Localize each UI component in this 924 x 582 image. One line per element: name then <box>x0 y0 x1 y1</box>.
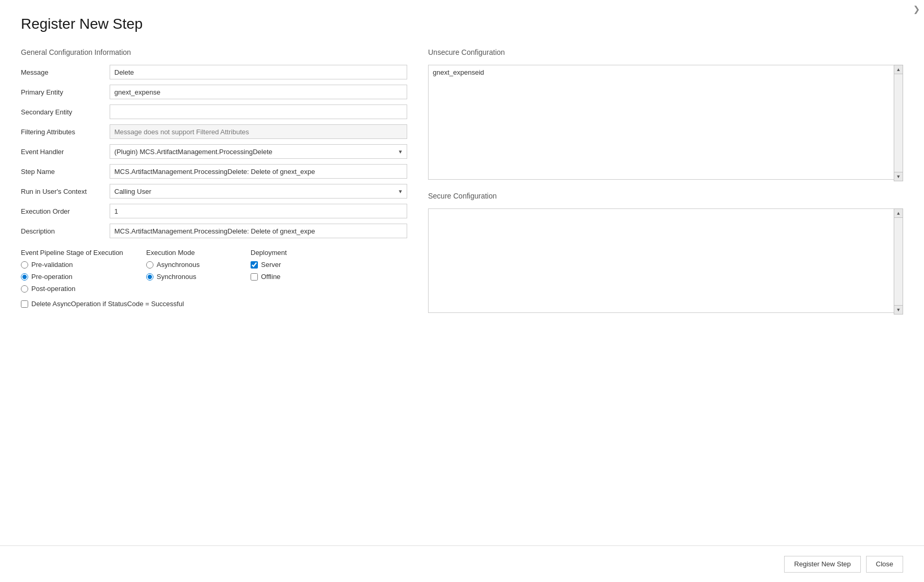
unsecure-config-wrapper: gnext_expenseid ▲ ▼ <box>428 65 903 181</box>
secondary-entity-input[interactable] <box>110 104 407 119</box>
asynchronous-label[interactable]: Asynchronous <box>157 261 199 269</box>
chevron-right-icon[interactable]: ❯ <box>913 4 920 14</box>
secure-scroll-down-btn[interactable]: ▼ <box>894 305 903 315</box>
secure-scrollbar-track <box>894 218 903 305</box>
delete-async-label[interactable]: Delete AsyncOperation if StatusCode = Su… <box>31 300 184 308</box>
pipeline-grid: Event Pipeline Stage of Execution Execut… <box>21 249 407 297</box>
offline-item: Offline <box>251 273 334 281</box>
pre-validation-radio[interactable] <box>21 261 28 269</box>
filtering-attributes-input <box>110 124 407 139</box>
description-label: Description <box>21 227 104 235</box>
delete-async-checkbox[interactable] <box>21 300 28 308</box>
execution-order-input[interactable] <box>110 204 407 218</box>
secure-config-wrapper: ▲ ▼ <box>428 208 903 315</box>
pre-operation-label[interactable]: Pre-operation <box>31 273 73 281</box>
unsecure-scroll-up-btn[interactable]: ▲ <box>894 65 903 74</box>
run-in-users-context-select[interactable]: Calling User <box>110 184 407 199</box>
run-in-users-context-wrapper: Calling User ▼ <box>110 184 407 199</box>
offline-label[interactable]: Offline <box>261 273 280 281</box>
secure-config-section: Secure Configuration ▲ ▼ <box>428 192 903 315</box>
synchronous-radio[interactable] <box>146 273 153 281</box>
form-grid: Message Primary Entity Secondary Entity … <box>21 65 407 238</box>
pre-validation-label[interactable]: Pre-validation <box>31 261 73 269</box>
pipeline-section: Event Pipeline Stage of Execution Execut… <box>21 249 407 308</box>
pre-operation-radio[interactable] <box>21 273 28 281</box>
description-input[interactable] <box>110 224 407 238</box>
server-label[interactable]: Server <box>261 261 281 269</box>
pre-operation-item: Pre-operation <box>21 273 146 281</box>
execution-order-label: Execution Order <box>21 207 104 215</box>
asynchronous-item: Asynchronous <box>146 261 251 269</box>
message-input[interactable] <box>110 65 407 79</box>
right-panel: Unsecure Configuration gnext_expenseid ▲… <box>428 48 903 582</box>
step-name-input[interactable] <box>110 164 407 179</box>
filtering-attributes-label: Filtering Attributes <box>21 128 104 136</box>
server-checkbox[interactable] <box>251 261 258 269</box>
pipeline-stage-header: Event Pipeline Stage of Execution <box>21 249 146 257</box>
register-new-step-button[interactable]: Register New Step <box>784 556 860 573</box>
secure-config-title: Secure Configuration <box>428 192 903 200</box>
offline-checkbox[interactable] <box>251 273 258 281</box>
footer: Register New Step Close <box>0 545 924 582</box>
execution-mode-header: Execution Mode <box>146 249 251 257</box>
general-config-section-title: General Configuration Information <box>21 48 407 56</box>
event-handler-select[interactable]: (Plugin) MCS.ArtifactManagement.Processi… <box>110 144 407 159</box>
primary-entity-label: Primary Entity <box>21 88 104 96</box>
unsecure-config-textarea[interactable]: gnext_expenseid <box>428 65 903 180</box>
unsecure-scroll-down-btn[interactable]: ▼ <box>894 172 903 181</box>
message-label: Message <box>21 68 104 76</box>
server-item: Server <box>251 261 334 269</box>
event-handler-wrapper: (Plugin) MCS.ArtifactManagement.Processi… <box>110 144 407 159</box>
run-in-users-context-label: Run in User's Context <box>21 188 104 195</box>
unsecure-config-section: Unsecure Configuration gnext_expenseid ▲… <box>428 48 903 181</box>
synchronous-item: Synchronous <box>146 273 251 281</box>
delete-async-row: Delete AsyncOperation if StatusCode = Su… <box>21 300 407 308</box>
unsecure-config-title: Unsecure Configuration <box>428 48 903 56</box>
deployment-header: Deployment <box>251 249 334 257</box>
page-title: Register New Step <box>21 16 903 32</box>
pre-validation-item: Pre-validation <box>21 261 146 269</box>
event-handler-label: Event Handler <box>21 148 104 156</box>
primary-entity-input[interactable] <box>110 85 407 99</box>
left-panel: General Configuration Information Messag… <box>21 48 407 582</box>
unsecure-scrollbar-track <box>894 74 903 172</box>
secure-scroll-up-btn[interactable]: ▲ <box>894 208 903 218</box>
secondary-entity-label: Secondary Entity <box>21 108 104 116</box>
synchronous-label[interactable]: Synchronous <box>157 273 196 281</box>
post-operation-item: Post-operation <box>21 285 146 293</box>
post-operation-radio[interactable] <box>21 285 28 293</box>
step-name-label: Step Name <box>21 168 104 176</box>
secure-config-textarea[interactable] <box>428 208 903 313</box>
post-operation-label[interactable]: Post-operation <box>31 285 76 293</box>
close-button[interactable]: Close <box>866 556 903 573</box>
asynchronous-radio[interactable] <box>146 261 153 269</box>
